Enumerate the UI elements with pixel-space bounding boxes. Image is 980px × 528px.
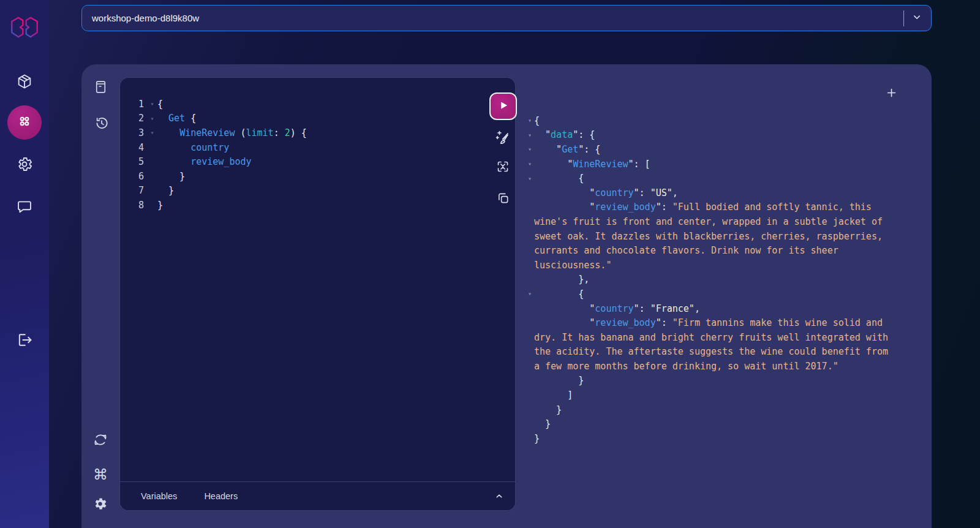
response-line: currants and chocolate flavors. Drink no…	[518, 243, 932, 258]
keyboard-shortcuts-button[interactable]: ⌘	[93, 467, 108, 482]
query-line: 8}	[120, 198, 515, 213]
response-line: ▾ {	[518, 287, 932, 301]
gear-solid-icon	[92, 496, 108, 511]
code-text: }	[157, 200, 163, 211]
response-line: "country": "US",	[518, 186, 932, 200]
code-text: lusciousness."	[534, 260, 611, 271]
query-line: 1▾{	[120, 97, 515, 111]
response-line: wine's fruit is front and center, wrappe…	[518, 214, 932, 229]
fold-caret-icon[interactable]: ▾	[147, 129, 157, 136]
response-line: the acidity. The aftertaste suggests the…	[518, 345, 932, 360]
fold-caret-icon[interactable]: ▾	[526, 146, 534, 153]
query-editor[interactable]: 1▾{2▾ Get {3▾ WineReview (limit: 2) {4 c…	[120, 78, 515, 510]
response-viewer: ▾{▾ "data": {▾ "Get": {▾ "WineReview": […	[518, 113, 932, 446]
response-line: }	[518, 417, 932, 431]
merge-fragments-button[interactable]	[496, 159, 510, 174]
line-number: 6	[120, 171, 147, 182]
tab-variables[interactable]: Variables	[141, 491, 177, 501]
line-number: 2	[120, 113, 147, 124]
code-text: "review_body": "Full bodied and softly t…	[534, 202, 872, 213]
docs-button[interactable]	[93, 79, 108, 95]
code-text: "review_body": "Firm tannins make this w…	[534, 317, 883, 328]
sidebar-item-logout[interactable]	[16, 331, 33, 349]
cluster-name: workshop-demo-d8l9k80w	[92, 13, 199, 23]
code-text: "WineReview": [	[534, 159, 650, 170]
command-icon: ⌘	[93, 466, 108, 483]
code-text: "country": "US",	[534, 187, 678, 198]
docs-book-icon	[93, 79, 108, 95]
play-icon	[498, 100, 509, 113]
weaviate-logo-icon	[8, 13, 41, 44]
query-line: 7 }	[120, 184, 515, 198]
sidebar-item-settings[interactable]	[16, 156, 33, 173]
query-line: 4 country	[120, 140, 515, 155]
fold-caret-icon[interactable]: ▾	[526, 160, 534, 167]
code-text: {	[534, 115, 540, 126]
editor-footer: Variables Headers	[120, 481, 515, 510]
line-number: 5	[120, 156, 147, 167]
history-button[interactable]	[94, 115, 110, 131]
code-text: sweet oak. It dazzles with blackberries,…	[534, 231, 883, 242]
line-number: 7	[120, 185, 147, 196]
code-text: {	[534, 289, 584, 300]
code-text: {	[157, 99, 163, 110]
code-text: }	[157, 171, 185, 182]
response-line: },	[518, 273, 932, 287]
response-line: a few more months before drinking, so wa…	[518, 359, 932, 374]
line-number: 4	[120, 142, 147, 153]
response-line: ▾ "data": {	[518, 128, 932, 143]
copy-query-button[interactable]	[496, 191, 510, 205]
code-text: dry. It has banana and bright cherry fru…	[534, 332, 888, 343]
response-line: ▾ {	[518, 171, 932, 186]
plus-icon	[886, 90, 897, 100]
cluster-dropdown[interactable]: workshop-demo-d8l9k80w	[81, 5, 932, 31]
sidebar	[0, 0, 49, 528]
dropdown-divider	[903, 10, 904, 26]
response-line: dry. It has banana and bright cherry fru…	[518, 330, 932, 345]
fold-caret-icon[interactable]: ▾	[526, 117, 534, 124]
code-text: {	[534, 173, 584, 184]
chat-bubble-icon	[16, 198, 33, 215]
line-number: 1	[120, 99, 147, 110]
code-text: "country": "France",	[534, 303, 700, 314]
fold-caret-icon[interactable]: ▾	[526, 290, 534, 297]
response-line: }	[518, 374, 932, 388]
response-line: "review_body": "Full bodied and softly t…	[518, 200, 932, 215]
response-line: }	[518, 431, 932, 446]
prettify-sparkle-icon	[494, 129, 511, 146]
merge-icon	[496, 159, 510, 174]
code-text: ]	[534, 390, 573, 401]
sidebar-item-support[interactable]	[16, 198, 33, 215]
code-text: "data": {	[534, 129, 595, 140]
tab-headers[interactable]: Headers	[204, 491, 238, 501]
response-line: "country": "France",	[518, 301, 932, 316]
chevron-up-icon[interactable]	[494, 491, 504, 501]
editor-settings-button[interactable]	[92, 496, 108, 511]
code-text: }	[157, 185, 174, 196]
code-text: Get {	[157, 113, 196, 124]
gear-icon	[16, 156, 33, 173]
fold-caret-icon[interactable]: ▾	[147, 115, 157, 122]
fold-caret-icon[interactable]: ▾	[526, 175, 534, 182]
sidebar-item-collections[interactable]	[16, 73, 33, 90]
line-number: 8	[120, 200, 147, 211]
sidebar-item-apps[interactable]	[7, 105, 42, 140]
code-text: a few more months before drinking, so wa…	[534, 361, 839, 372]
refetch-schema-button[interactable]	[92, 432, 108, 448]
logout-icon	[16, 331, 33, 349]
add-tab-button[interactable]	[886, 87, 897, 101]
response-line: ▾ "WineReview": [	[518, 157, 932, 172]
response-line: ▾ "Get": {	[518, 142, 932, 157]
prettify-query-button[interactable]	[494, 129, 511, 146]
apps-grid-icon	[17, 113, 32, 132]
execute-query-button[interactable]	[489, 92, 517, 120]
fold-caret-icon[interactable]: ▾	[147, 100, 157, 107]
code-text: WineReview (limit: 2) {	[157, 127, 307, 138]
code-text: "Get": {	[534, 144, 600, 155]
fold-caret-icon[interactable]: ▾	[526, 132, 534, 138]
cube-icon	[16, 73, 33, 90]
copy-icon	[496, 191, 510, 205]
chevron-down-icon	[911, 12, 922, 25]
history-clock-icon	[94, 115, 110, 131]
line-number: 3	[120, 127, 147, 138]
